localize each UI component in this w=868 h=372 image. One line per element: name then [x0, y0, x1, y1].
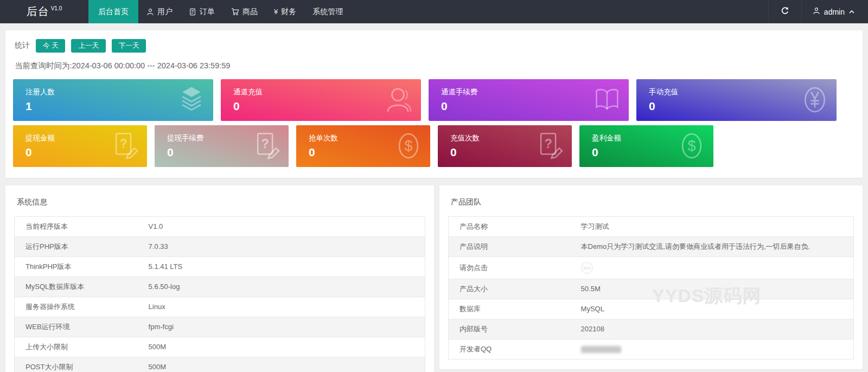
doc-question-icon: ?: [252, 131, 282, 161]
row-label: 开发者QQ: [449, 339, 570, 359]
row-value: 202108: [570, 319, 854, 339]
row-label: MySQL数据库版本: [15, 277, 138, 297]
chevron-up-icon: [848, 8, 855, 16]
app-logo: 后台 V1.0: [0, 0, 88, 23]
stat-card-channel-fee: 通道手续费 0: [429, 79, 629, 121]
system-info-table: 当前程序版本V1.0 运行PHP版本7.0.33 ThinkPHP版本5.1.4…: [14, 216, 425, 372]
stat-cards-row-1: 注册人数 1 通道充值 0 通道手续费 0 手动充值 0: [13, 79, 855, 121]
panel-title: 产品团队: [451, 197, 854, 207]
stat-card-manual-recharge: 手动充值 0: [636, 79, 837, 121]
table-row: 产品说明本Demo只为学习测试交流,请勿要做商业或者用于违法行为,一切后果自负.: [449, 236, 854, 256]
refresh-icon: [781, 7, 789, 17]
row-value: 学习测试: [570, 216, 854, 236]
yen-icon: ¥: [274, 8, 278, 16]
nav-item-label: 商品: [242, 7, 258, 17]
bottom-panels: 系统信息 当前程序版本V1.0 运行PHP版本7.0.33 ThinkPHP版本…: [5, 185, 863, 372]
row-label: POST大小限制: [15, 357, 138, 372]
today-button[interactable]: 今 天: [36, 39, 65, 53]
row-label: ThinkPHP版本: [15, 256, 138, 277]
table-row: 开发者QQ: [449, 339, 854, 359]
row-value: 本Demo只为学习测试交流,请勿要做商业或者用于违法行为,一切后果自负.: [570, 236, 854, 256]
stat-card-profit-amount: 盈利金额 0 $: [579, 125, 713, 167]
row-value: [570, 339, 854, 359]
table-row: 内部版号202108: [449, 319, 854, 339]
row-label: 产品大小: [449, 279, 570, 299]
card-title: 盈利金额: [592, 133, 621, 143]
stat-card-recharge-count: 充值次数 0 ?: [438, 125, 572, 167]
row-value: 50.5M: [570, 279, 854, 299]
stats-label: 统计: [15, 41, 30, 50]
table-row: 当前程序版本V1.0: [15, 216, 425, 236]
row-value: 500M: [138, 357, 425, 372]
row-value: MySQL: [570, 299, 854, 319]
table-row: 请勿点击404: [449, 256, 854, 279]
card-value: 0: [167, 146, 204, 159]
nav-item-orders[interactable]: 订单: [181, 0, 223, 23]
user-icon: [146, 8, 154, 16]
nav-item-system[interactable]: 系统管理: [304, 0, 351, 23]
refresh-button[interactable]: [768, 0, 801, 23]
svg-text:?: ?: [544, 137, 552, 151]
row-label: 请勿点击: [449, 256, 570, 279]
card-value: 1: [25, 100, 55, 113]
layers-icon: [177, 85, 206, 114]
yen-coin-icon: [800, 85, 829, 114]
card-title: 提现手续费: [167, 133, 204, 143]
table-row: 产品大小50.5M: [449, 279, 854, 299]
row-label: 服务器操作系统: [15, 297, 138, 317]
book-icon: [592, 85, 622, 114]
card-value: 0: [649, 100, 678, 113]
row-value: V1.0: [138, 216, 425, 236]
redacted-qq-value: [581, 346, 621, 353]
prev-day-button[interactable]: 上一天: [71, 39, 106, 53]
dollar-coin-icon: $: [677, 131, 706, 161]
navbar-right: admin: [768, 0, 868, 23]
row-value: fpm-fcgi: [138, 317, 425, 337]
stat-cards-row-2: 提现金额 0 ? 提现手续费 0 ? 抢单次数 0 $ 充值次数 0 ? 盈利金…: [13, 125, 855, 167]
table-row: 运行PHP版本7.0.33: [15, 236, 425, 256]
card-title: 通道手续费: [441, 87, 478, 97]
card-title: 抢单次数: [309, 133, 338, 143]
table-row: WEB运行环境fpm-fcgi: [15, 317, 425, 337]
nav-item-label: 订单: [200, 7, 215, 17]
table-row: 数据库MySQL: [449, 299, 854, 319]
row-label: 产品说明: [449, 236, 570, 256]
card-title: 充值次数: [450, 133, 480, 143]
panel-title: 系统信息: [17, 197, 425, 207]
navbar: 后台 V1.0 后台首页 用户 订单 商品 ¥ 财务 系统管理: [0, 0, 868, 23]
card-title: 提现金额: [25, 133, 55, 143]
row-value: 5.1.41 LTS: [138, 256, 425, 277]
svg-text:$: $: [687, 138, 695, 154]
nav-item-label: 用户: [157, 7, 173, 17]
svg-text:?: ?: [119, 137, 127, 151]
stat-card-withdraw-fee: 提现手续费 0 ?: [155, 125, 289, 167]
user-menu[interactable]: admin: [801, 0, 868, 23]
table-row: 产品名称学习测试: [449, 216, 854, 236]
doc-question-icon: ?: [111, 131, 140, 161]
table-row: 上传大小限制500M: [15, 337, 425, 357]
cart-icon: [231, 8, 239, 16]
nav-item-home[interactable]: 后台首页: [88, 0, 138, 23]
nav-item-label: 财务: [281, 7, 296, 17]
card-title: 通道充值: [233, 87, 263, 97]
next-day-button[interactable]: 下一天: [112, 39, 146, 53]
product-team-table: 产品名称学习测试 产品说明本Demo只为学习测试交流,请勿要做商业或者用于违法行…: [448, 216, 854, 360]
card-value: 0: [450, 146, 480, 159]
card-value: 0: [592, 146, 621, 159]
row-label: 数据库: [449, 299, 570, 319]
person-icon: [813, 7, 820, 16]
user-icon: [385, 85, 414, 114]
do-not-click-badge[interactable]: 404: [581, 262, 593, 274]
stats-panel: 统计 今 天 上一天 下一天 当前查询时间为:2024-03-06 00:00:…: [5, 30, 863, 178]
card-value: 0: [233, 100, 263, 113]
nav-item-finance[interactable]: ¥ 财务: [266, 0, 304, 23]
svg-text:?: ?: [261, 137, 269, 151]
file-icon: [189, 8, 196, 16]
nav-item-products[interactable]: 商品: [223, 0, 266, 23]
nav-item-users[interactable]: 用户: [138, 0, 181, 23]
nav-item-label: 系统管理: [312, 7, 343, 17]
query-time-text: 当前查询时间为:2024-03-06 00:00:00 --- 2024-03-…: [15, 61, 855, 71]
product-team-panel: 产品团队 产品名称学习测试 产品说明本Demo只为学习测试交流,请勿要做商业或者…: [439, 185, 863, 369]
app-title: 后台: [27, 4, 49, 19]
doc-question-icon: ?: [535, 131, 565, 161]
